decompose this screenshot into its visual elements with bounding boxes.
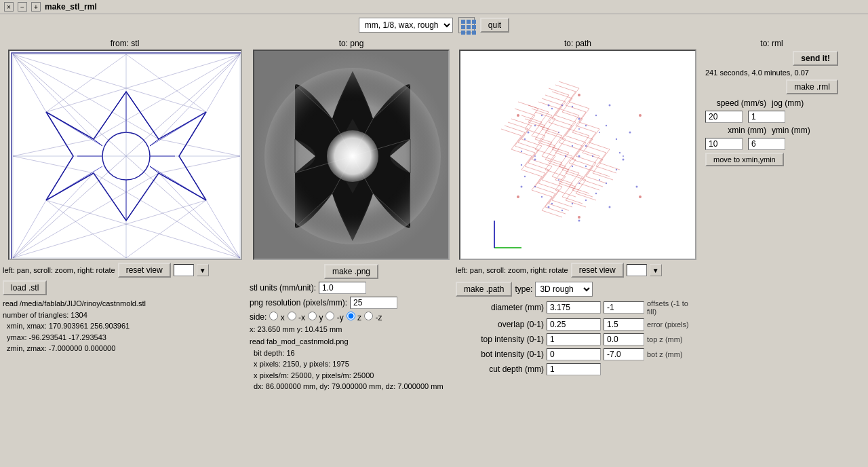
main-content: from: stl [0, 36, 868, 395]
offsets-input[interactable] [604, 301, 644, 314]
restore-button[interactable]: + [31, 2, 41, 12]
svg-point-81 [606, 125, 607, 126]
png-info-4: x pixels/m: 25000, y pixels/m: 25000 [250, 370, 453, 381]
speed-jog-inputs [705, 111, 838, 123]
path-pan-label: left: pan, scroll: zoom, right: rotate [456, 266, 568, 274]
top-int-row: top intensity (0-1) top z (mm) [456, 333, 700, 345]
side-x-label: x [269, 312, 284, 322]
top-bar: mm, 1/8, wax, rough quit [0, 14, 868, 36]
coord-text: x: 23.650 mm y: 10.415 mm [250, 325, 453, 333]
side-ny-radio[interactable] [326, 312, 334, 320]
svg-point-105 [572, 166, 573, 167]
stl-reset-view-button[interactable]: reset view [118, 263, 171, 278]
svg-point-102 [578, 155, 580, 157]
svg-point-67 [578, 118, 580, 120]
top-z-input[interactable] [604, 333, 644, 345]
ymin-input[interactable] [748, 138, 785, 150]
side-x-radio[interactable] [269, 312, 278, 320]
move-to-xmin-button[interactable]: move to xmin,ymin [705, 153, 784, 166]
side-z-radio[interactable] [347, 312, 355, 320]
stl-info: read /media/fablab/JIJO/rinoy/castnmold.… [3, 298, 146, 354]
stl-pan-label: left: pan, scroll: zoom, right: rotate [3, 266, 115, 274]
path-type-select[interactable]: 3D rough 3D finish 2D contour [535, 282, 593, 297]
stl-info-line-2: number of triangles: 1304 [3, 310, 146, 321]
make-path-button[interactable]: make .path [456, 282, 512, 297]
top-int-input[interactable] [547, 333, 601, 345]
svg-point-114 [578, 183, 580, 184]
side-nz-radio[interactable] [364, 312, 373, 320]
svg-point-63 [264, 68, 441, 244]
stl-dropdown-arrow[interactable]: ▼ [197, 264, 209, 276]
cut-depth-input[interactable] [547, 363, 601, 375]
png-info-3: x pixels: 2150, y pixels: 1975 [250, 358, 453, 370]
overlap-input[interactable] [547, 318, 601, 331]
type-label: type: [515, 284, 532, 294]
svg-point-116 [534, 155, 536, 157]
svg-point-73 [578, 220, 580, 222]
cut-depth-label: cut depth (mm) [456, 365, 544, 374]
side-nx-radio[interactable] [288, 312, 296, 320]
stl-units-input[interactable] [319, 282, 366, 294]
panel-rml: to: rml send it! 241 seconds, 4.0 minute… [703, 39, 838, 392]
diameter-input[interactable] [547, 301, 601, 314]
png-form: make .png stl units (mm/unit): png resol… [250, 264, 453, 392]
overlap-row: overlap (0-1) error (pixels) [456, 318, 700, 331]
side-row: side: x -x y -y z -z [250, 312, 453, 322]
stl-units-label: stl units (mm/unit): [250, 283, 316, 293]
side-ny-label: -y [326, 312, 343, 322]
png-res-input[interactable] [350, 297, 397, 309]
load-stl-button[interactable]: load .stl [3, 280, 47, 295]
side-y-radio[interactable] [308, 312, 317, 320]
svg-point-92 [534, 186, 536, 187]
stl-color-picker[interactable] [174, 264, 194, 276]
grid-icon[interactable] [458, 17, 475, 33]
svg-point-100 [561, 105, 563, 106]
path-dropdown-arrow[interactable]: ▼ [650, 264, 662, 276]
side-nx-label: -x [288, 312, 305, 322]
error-input[interactable] [604, 318, 644, 331]
path-color-picker[interactable] [627, 264, 647, 276]
xmin-input[interactable] [705, 138, 743, 150]
svg-point-94 [521, 164, 522, 166]
svg-point-77 [528, 132, 530, 134]
svg-point-118 [639, 114, 642, 117]
svg-point-85 [606, 183, 607, 184]
stl-info-line-5: zmin, zmax: -7.000000 0.000000 [3, 343, 146, 354]
bot-int-row: bot intensity (0-1) bot z (mm) [456, 348, 700, 360]
quit-button[interactable]: quit [480, 18, 509, 33]
minimize-button[interactable]: − [18, 2, 27, 12]
bot-z-input[interactable] [604, 348, 644, 360]
rml-panel-label: to: rml [760, 39, 783, 48]
stl-info-line-1: read /media/fablab/JIJO/rinoy/castnmold.… [3, 298, 146, 310]
bot-int-input[interactable] [547, 348, 601, 360]
png-panel-label: to: png [339, 39, 364, 48]
make-png-button[interactable]: make .png [324, 264, 378, 279]
stl-units-row: stl units (mm/unit): [250, 282, 453, 294]
svg-point-110 [599, 132, 600, 133]
send-it-button[interactable]: send it! [793, 51, 838, 66]
xmin-ymin-inputs [705, 138, 838, 150]
speed-input[interactable] [705, 111, 743, 123]
svg-point-74 [548, 206, 550, 208]
close-button[interactable]: × [4, 2, 14, 12]
path-reset-view-button[interactable]: reset view [571, 263, 624, 278]
svg-point-120 [578, 216, 580, 219]
path-canvas[interactable] [459, 50, 696, 260]
svg-point-76 [534, 159, 536, 161]
stl-view-controls: left: pan, scroll: zoom, right: rotate r… [3, 263, 247, 278]
svg-point-88 [572, 203, 573, 204]
svg-point-97 [534, 125, 536, 126]
jog-input[interactable] [748, 111, 785, 123]
path-panel-label: to: path [564, 39, 591, 48]
make-rml-button[interactable]: make .rml [786, 79, 838, 94]
svg-point-68 [609, 105, 611, 107]
png-canvas[interactable] [253, 50, 450, 260]
top-z-label: top z (mm) [647, 335, 683, 343]
preset-select[interactable]: mm, 1/8, wax, rough [359, 18, 453, 33]
png-res-row: png resolution (pixels/mm): [250, 297, 453, 309]
stl-canvas[interactable] [8, 50, 242, 260]
svg-point-75 [521, 186, 523, 188]
error-label: error (pixels) [647, 320, 689, 329]
svg-point-93 [524, 176, 526, 177]
ymin-header: ymin (mm) [772, 126, 810, 135]
